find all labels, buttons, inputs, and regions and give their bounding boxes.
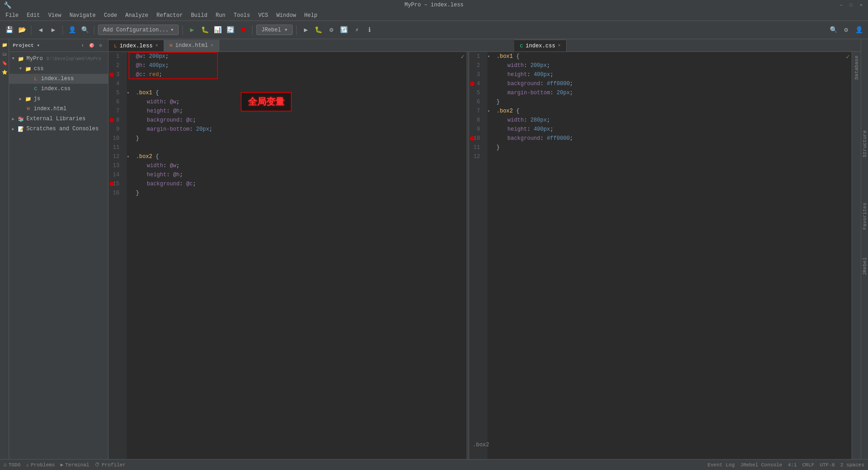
toolbar-search-btn[interactable]: 🔍	[79, 25, 90, 36]
jrebel-extra-btn[interactable]: ⚙	[326, 25, 337, 36]
toolbar-forward-btn[interactable]: ▶	[48, 25, 59, 36]
tree-item-js[interactable]: ▶ 📁 js	[9, 94, 108, 104]
tree-item-css[interactable]: ▼ 📁 css	[9, 64, 108, 74]
problems-label: Problems	[31, 462, 55, 468]
tab-css-close[interactable]: ×	[558, 43, 561, 48]
favorites-side-label[interactable]: Favorites	[862, 203, 868, 230]
css-line-10: background: #ff0000;	[493, 134, 852, 143]
toolbar-save-btn[interactable]: 💾	[4, 25, 15, 36]
structure-icon-btn[interactable]: 🗂	[0, 50, 9, 58]
run-with-coverage-btn[interactable]: 📊	[212, 25, 223, 36]
settings-btn[interactable]: ⚙	[841, 25, 852, 36]
event-log-btn[interactable]: Event Log	[708, 462, 734, 468]
bookmarks-icon-btn[interactable]: 🔖	[0, 59, 9, 67]
css-ln-4: 4	[469, 79, 484, 88]
tree-item-index-css[interactable]: ▶ C index.css	[9, 84, 108, 94]
menu-file[interactable]: File	[2, 11, 22, 20]
jrebel-console-btn[interactable]: JRebel Console	[740, 462, 782, 468]
tree-item-index-less[interactable]: ▶ L index.less	[9, 74, 108, 84]
css-code-lines[interactable]: .box1 { width: 200px; height: 400px; bac…	[493, 52, 852, 459]
menu-navigate[interactable]: Navigate	[66, 11, 99, 20]
tab-html-close[interactable]: ×	[211, 43, 213, 48]
favorites-icon-btn[interactable]: ⭐	[0, 68, 9, 77]
stop-btn[interactable]: ⏹	[238, 25, 248, 36]
menu-build[interactable]: Build	[187, 11, 211, 20]
status-left: ☑ TODO ⚠ Problems ▶ Terminal ⏱ Profiler	[4, 462, 126, 468]
less-line-12: .box2 {	[132, 152, 466, 161]
maximize-btn[interactable]: □	[848, 2, 854, 8]
settings-panel-btn[interactable]: ⚙	[97, 42, 104, 49]
less-code-lines[interactable]: @w: 200px; @h: 400px; @c: red; .box1 { w…	[132, 52, 466, 459]
left-icons-strip: 📁 🗂 🔖 ⭐	[0, 39, 9, 459]
css-editor: ✓ .box2 1 2 3 4 5 6 7	[469, 52, 852, 459]
todo-btn[interactable]: ☑ TODO	[4, 462, 21, 468]
collapse-all-btn[interactable]: ⬆	[79, 42, 86, 49]
menu-window[interactable]: Window	[273, 11, 300, 20]
jrebel-debug-btn[interactable]: 🐛	[313, 25, 324, 36]
window-controls: — □ ✕	[838, 2, 864, 8]
profiler-btn[interactable]: ⏱ Profiler	[95, 462, 126, 468]
menu-refactor[interactable]: Refactor	[153, 11, 186, 20]
jrebel-side-label[interactable]: JRebel	[862, 257, 868, 276]
toolbar-sep-5	[252, 26, 253, 35]
css-ln-1: 1	[469, 52, 484, 61]
tree-item-external-libraries[interactable]: ▶ 📚 External Libraries	[9, 114, 108, 124]
add-configuration-button[interactable]: Add Configuration... ▾	[98, 25, 179, 35]
menu-code[interactable]: Code	[100, 11, 121, 20]
menu-help[interactable]: Help	[300, 11, 321, 20]
jrebel-power-btn[interactable]: ⚡	[351, 25, 362, 36]
locate-file-btn[interactable]: 🎯	[88, 42, 95, 49]
tab-less-icon: L	[114, 43, 117, 49]
indent-btn[interactable]: 2 spaces	[840, 462, 864, 468]
tab-index-html[interactable]: H index.html ×	[164, 40, 220, 51]
minimize-btn[interactable]: —	[838, 2, 844, 8]
less-line-2: @h: 400px;	[132, 61, 466, 70]
less-line-7: height: @h;	[132, 107, 466, 116]
account-btn[interactable]: 👤	[853, 25, 864, 36]
encoding-btn[interactable]: UTF-8	[820, 462, 835, 468]
rerun-btn[interactable]: 🔄	[225, 25, 236, 36]
run-btn[interactable]: ▶	[186, 25, 197, 36]
css-ln-10: 10	[469, 134, 484, 143]
css-ln-9: 9	[469, 125, 484, 134]
jrebel-button[interactable]: JRebel ▾	[256, 25, 293, 35]
jrebel-sync-btn[interactable]: 🔃	[339, 25, 350, 36]
database-label[interactable]: Database	[853, 52, 860, 83]
css-ln-11: 11	[469, 143, 484, 152]
terminal-btn[interactable]: ▶ Terminal	[60, 462, 89, 468]
project-panel-title: Project ▾	[13, 42, 40, 48]
close-btn[interactable]: ✕	[858, 2, 864, 8]
tree-item-mypro[interactable]: ▼ 📁 MyPro D:\Develop\Web\MyPro	[9, 54, 108, 64]
project-label: Project ▾	[13, 42, 40, 48]
css-line-11: }	[493, 143, 852, 152]
css-line-1: .box1 {	[493, 52, 852, 61]
tab-index-less[interactable]: L index.less ×	[108, 40, 164, 51]
tab-less-close[interactable]: ×	[155, 43, 158, 48]
css-valid-checkmark: ✓	[846, 53, 850, 61]
tree-item-scratches[interactable]: ▶ 📝 Scratches and Consoles	[9, 124, 108, 134]
search-everywhere-btn[interactable]: 🔍	[828, 25, 839, 36]
debug-btn[interactable]: 🐛	[199, 25, 210, 36]
jrebel-run-btn[interactable]: ▶	[300, 25, 311, 36]
jrebel-info-btn[interactable]: ℹ	[364, 25, 375, 36]
cursor-position-btn[interactable]: 4:1	[788, 462, 797, 468]
menu-view[interactable]: View	[45, 11, 65, 20]
toolbar-profile-btn[interactable]: 👤	[67, 25, 78, 36]
project-icon-btn[interactable]: 📁	[0, 41, 9, 49]
menu-run[interactable]: Run	[212, 11, 229, 20]
ln-10: 10	[108, 134, 123, 143]
index-html-label: index.html	[34, 106, 67, 112]
toolbar-back-btn[interactable]: ◀	[35, 25, 46, 36]
js-label: js	[34, 96, 40, 102]
menu-edit[interactable]: Edit	[23, 11, 44, 20]
tree-item-index-html[interactable]: ▶ H index.html	[9, 104, 108, 114]
menu-analyze[interactable]: Analyze	[122, 11, 152, 20]
problems-btn[interactable]: ⚠ Problems	[26, 462, 55, 468]
toolbar-open-btn[interactable]: 📂	[16, 25, 27, 36]
menu-tools[interactable]: Tools	[230, 11, 254, 20]
structure-side-label[interactable]: Structure	[862, 130, 868, 157]
tab-index-css[interactable]: C index.css ×	[514, 40, 566, 51]
line-ending-btn[interactable]: CRLF	[802, 462, 814, 468]
menu-vcs[interactable]: VCS	[255, 11, 272, 20]
less-line-5: .box1 {	[132, 88, 466, 97]
